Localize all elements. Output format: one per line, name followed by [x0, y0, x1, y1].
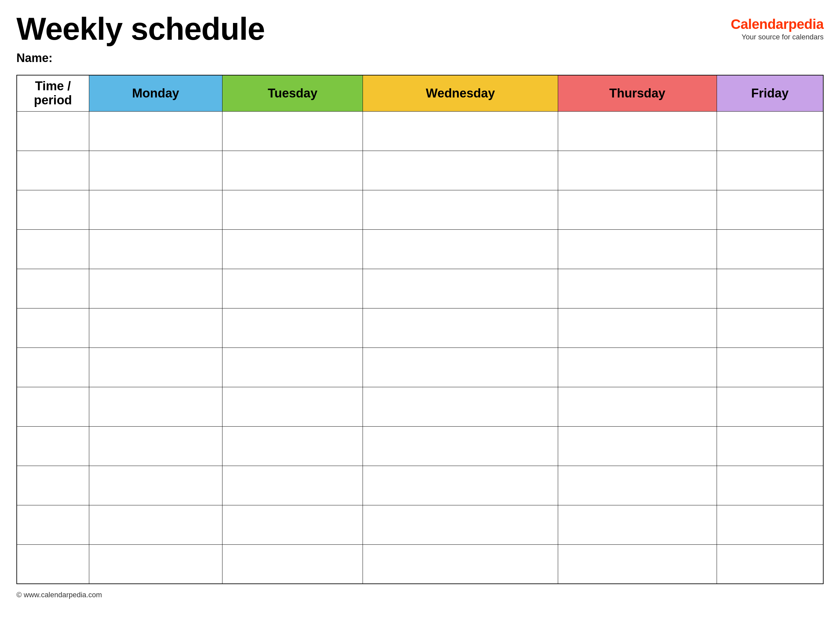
wednesday-header: Wednesday — [363, 75, 558, 111]
page-title: Weekly schedule — [16, 13, 265, 44]
time-cell[interactable] — [17, 229, 89, 269]
time-cell[interactable] — [17, 151, 89, 190]
monday-cell[interactable] — [89, 505, 222, 544]
thursday-cell[interactable] — [558, 190, 717, 229]
monday-cell[interactable] — [89, 387, 222, 426]
wednesday-cell[interactable] — [363, 348, 558, 387]
friday-cell[interactable] — [717, 348, 823, 387]
wednesday-cell[interactable] — [363, 269, 558, 308]
table-row — [17, 387, 823, 426]
time-cell[interactable] — [17, 269, 89, 308]
monday-cell[interactable] — [89, 308, 222, 348]
monday-cell[interactable] — [89, 151, 222, 190]
wednesday-cell[interactable] — [363, 466, 558, 505]
wednesday-cell[interactable] — [363, 111, 558, 151]
wednesday-cell[interactable] — [363, 387, 558, 426]
table-row — [17, 544, 823, 584]
friday-cell[interactable] — [717, 269, 823, 308]
wednesday-cell[interactable] — [363, 151, 558, 190]
wednesday-cell[interactable] — [363, 426, 558, 466]
tuesday-cell[interactable] — [222, 229, 363, 269]
thursday-cell[interactable] — [558, 111, 717, 151]
thursday-cell[interactable] — [558, 505, 717, 544]
friday-cell[interactable] — [717, 466, 823, 505]
monday-cell[interactable] — [89, 269, 222, 308]
tuesday-header: Tuesday — [222, 75, 363, 111]
thursday-cell[interactable] — [558, 426, 717, 466]
logo-calendar: Calendar — [731, 16, 788, 32]
tuesday-cell[interactable] — [222, 190, 363, 229]
header-row: Time / period Monday Tuesday Wednesday T… — [17, 75, 823, 111]
title-area: Weekly schedule Name: — [16, 13, 265, 65]
logo-area: Calendarpedia Your source for calendars — [731, 16, 824, 41]
wednesday-cell[interactable] — [363, 505, 558, 544]
thursday-cell[interactable] — [558, 544, 717, 584]
friday-cell[interactable] — [717, 151, 823, 190]
table-row — [17, 229, 823, 269]
tuesday-cell[interactable] — [222, 111, 363, 151]
name-label: Name: — [16, 51, 265, 65]
time-cell[interactable] — [17, 544, 89, 584]
monday-cell[interactable] — [89, 426, 222, 466]
logo-text: Calendarpedia — [731, 16, 824, 32]
time-cell[interactable] — [17, 505, 89, 544]
schedule-table: Time / period Monday Tuesday Wednesday T… — [16, 75, 824, 584]
table-row — [17, 269, 823, 308]
friday-cell[interactable] — [717, 190, 823, 229]
tuesday-cell[interactable] — [222, 544, 363, 584]
friday-cell[interactable] — [717, 111, 823, 151]
header-section: Weekly schedule Name: Calendarpedia Your… — [16, 13, 824, 65]
table-row — [17, 426, 823, 466]
friday-cell[interactable] — [717, 544, 823, 584]
thursday-cell[interactable] — [558, 269, 717, 308]
table-header: Time / period Monday Tuesday Wednesday T… — [17, 75, 823, 111]
time-cell[interactable] — [17, 387, 89, 426]
thursday-cell[interactable] — [558, 308, 717, 348]
wednesday-cell[interactable] — [363, 308, 558, 348]
friday-cell[interactable] — [717, 505, 823, 544]
monday-cell[interactable] — [89, 190, 222, 229]
monday-cell[interactable] — [89, 544, 222, 584]
table-row — [17, 151, 823, 190]
table-row — [17, 505, 823, 544]
tuesday-cell[interactable] — [222, 269, 363, 308]
monday-cell[interactable] — [89, 229, 222, 269]
monday-header: Monday — [89, 75, 222, 111]
thursday-cell[interactable] — [558, 387, 717, 426]
time-cell[interactable] — [17, 466, 89, 505]
friday-cell[interactable] — [717, 387, 823, 426]
tuesday-cell[interactable] — [222, 387, 363, 426]
tuesday-cell[interactable] — [222, 308, 363, 348]
tuesday-cell[interactable] — [222, 466, 363, 505]
friday-header: Friday — [717, 75, 823, 111]
tuesday-cell[interactable] — [222, 426, 363, 466]
wednesday-cell[interactable] — [363, 544, 558, 584]
friday-cell[interactable] — [717, 308, 823, 348]
table-body — [17, 111, 823, 584]
footer: © www.calendarpedia.com — [16, 591, 824, 599]
footer-url: © www.calendarpedia.com — [16, 591, 102, 599]
time-cell[interactable] — [17, 111, 89, 151]
logo-tagline: Your source for calendars — [742, 33, 824, 41]
thursday-cell[interactable] — [558, 151, 717, 190]
table-row — [17, 348, 823, 387]
time-cell[interactable] — [17, 308, 89, 348]
thursday-cell[interactable] — [558, 348, 717, 387]
time-cell[interactable] — [17, 190, 89, 229]
thursday-cell[interactable] — [558, 229, 717, 269]
friday-cell[interactable] — [717, 229, 823, 269]
friday-cell[interactable] — [717, 426, 823, 466]
thursday-cell[interactable] — [558, 466, 717, 505]
monday-cell[interactable] — [89, 111, 222, 151]
wednesday-cell[interactable] — [363, 190, 558, 229]
monday-cell[interactable] — [89, 348, 222, 387]
tuesday-cell[interactable] — [222, 505, 363, 544]
tuesday-cell[interactable] — [222, 151, 363, 190]
table-row — [17, 466, 823, 505]
time-cell[interactable] — [17, 348, 89, 387]
table-row — [17, 111, 823, 151]
tuesday-cell[interactable] — [222, 348, 363, 387]
wednesday-cell[interactable] — [363, 229, 558, 269]
time-cell[interactable] — [17, 426, 89, 466]
monday-cell[interactable] — [89, 466, 222, 505]
